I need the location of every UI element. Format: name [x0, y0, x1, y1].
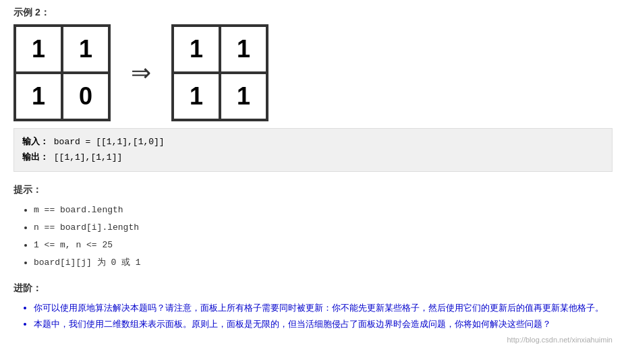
advanced-list: 你可以使用原地算法解决本题吗？请注意，面板上所有格子需要同时被更新：你不能先更新… — [13, 300, 613, 333]
input-cell-10: 1 — [15, 73, 62, 120]
hint-item-1: n == board[i].length — [34, 219, 613, 237]
arrow-icon: ⇒ — [131, 59, 151, 87]
watermark: http://blog.csdn.net/xinxiahuimin — [13, 336, 613, 344]
input-value: board = [[1,1],[1,0]] — [54, 137, 165, 147]
output-label: 输出： — [22, 152, 49, 162]
output-cell-10: 1 — [173, 73, 220, 120]
advanced-title: 进阶： — [13, 282, 613, 295]
advanced-section: 进阶： 你可以使用原地算法解决本题吗？请注意，面板上所有格子需要同时被更新：你不… — [13, 282, 613, 333]
input-cell-00: 1 — [15, 26, 62, 73]
hint-item-2: 1 <= m, n <= 25 — [34, 237, 613, 254]
advanced-item-1: 本题中，我们使用二维数组来表示面板。原则上，面板是无限的，但当活细胞侵占了面板边… — [34, 316, 613, 333]
hints-section: 提示： m == board.length n == board[i].leng… — [13, 184, 613, 272]
input-cell-01: 1 — [62, 26, 109, 73]
advanced-item-0: 你可以使用原地算法解决本题吗？请注意，面板上所有格子需要同时被更新：你不能先更新… — [34, 300, 613, 317]
code-block: 输入： board = [[1,1],[1,0]] 输出： [[1,1],[1,… — [13, 128, 613, 172]
example2-section: 示例 2： 1 1 1 0 ⇒ 1 1 1 1 输入： board — [13, 7, 613, 172]
hints-title: 提示： — [13, 184, 613, 196]
hints-list: m == board.length n == board[i].length 1… — [13, 202, 613, 272]
output-cell-00: 1 — [173, 26, 220, 73]
output-line: 输出： [[1,1],[1,1]] — [22, 150, 604, 165]
input-label: 输入： — [22, 137, 49, 147]
input-cell-11: 0 — [62, 73, 109, 120]
hint-item-3: board[i][j] 为 0 或 1 — [34, 254, 613, 272]
input-grid: 1 1 1 0 — [13, 24, 111, 121]
output-value: [[1,1],[1,1]] — [54, 152, 122, 162]
hint-item-0: m == board.length — [34, 202, 613, 219]
output-cell-11: 1 — [220, 73, 267, 120]
grid-area: 1 1 1 0 ⇒ 1 1 1 1 — [13, 24, 613, 121]
output-grid: 1 1 1 1 — [171, 24, 268, 121]
example2-title: 示例 2： — [13, 7, 613, 19]
output-cell-01: 1 — [220, 26, 267, 73]
input-line: 输入： board = [[1,1],[1,0]] — [22, 134, 604, 150]
